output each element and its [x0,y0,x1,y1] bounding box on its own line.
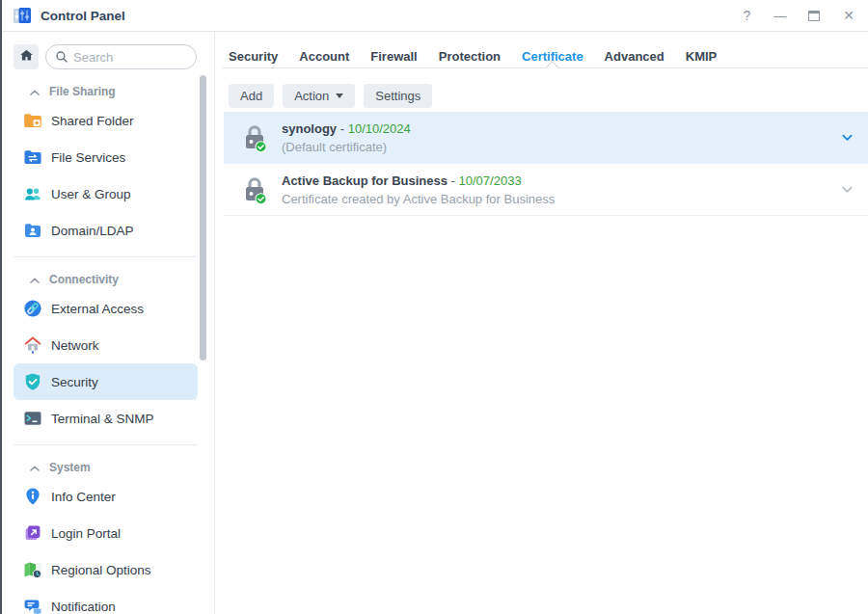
certificate-expiry: 10/07/2033 [459,174,522,188]
search-box [45,44,197,69]
sidebar-item-terminal-snmp[interactable]: Terminal & SNMP [14,400,198,437]
add-button[interactable]: Add [229,84,274,108]
regional-options-icon [23,560,42,579]
tab-firewall[interactable]: Firewall [370,49,417,64]
window-controls: ? — ✕ [743,9,854,22]
tab-protection[interactable]: Protection [439,49,501,64]
sidebar-section: Connectivity External Access Network Sec… [2,269,214,437]
sidebar-item-label: User & Group [51,187,131,201]
sidebar-item-label: Security [51,375,98,389]
sidebar-item-regional-options[interactable]: Regional Options [14,551,198,588]
minimize-button[interactable]: — [773,10,785,22]
tab-advanced[interactable]: Advanced [605,49,665,64]
tab-account[interactable]: Account [299,49,349,64]
certificate-row[interactable]: Active Backup for Business - 10/07/2033 … [224,164,868,216]
search-row [2,32,214,69]
tab-bar: Security Account Firewall Protection Cer… [215,32,868,67]
sidebar-item-label: File Services [51,150,125,165]
sidebar-item-label: Info Center [51,490,116,504]
sidebar-item-domain-ldap[interactable]: Domain/LDAP [14,212,198,249]
help-button[interactable]: ? [743,9,750,22]
action-dropdown-button[interactable]: Action [283,84,355,108]
sidebar-item-label: Network [51,338,99,353]
sidebar-section-label: System [49,461,91,474]
certificate-description: Certificate created by Active Backup for… [282,192,832,206]
sidebar-item-network[interactable]: Network [14,327,198,363]
sidebar-section: File Sharing Shared Folder File Services… [2,81,214,249]
sidebar-item-label: Shared Folder [51,114,134,128]
close-button[interactable]: ✕ [843,9,854,22]
sidebar-item-external-access[interactable]: External Access [14,290,198,327]
sidebar: File Sharing Shared Folder File Services… [2,32,215,614]
title-bar: Control Panel ? — ✕ [2,0,868,32]
sidebar-section-divider [14,256,198,257]
certificate-toolbar: Add Action Settings [229,84,868,108]
sidebar-item-label: External Access [51,302,144,316]
shared-folder-icon [23,111,42,130]
terminal-snmp-icon [23,409,42,428]
file-services-icon [23,147,42,167]
search-input[interactable] [73,50,188,65]
home-button[interactable] [14,44,39,69]
sidebar-section-label: Connectivity [49,273,119,286]
sidebar-section-label: File Sharing [49,85,116,98]
window-title: Control Panel [41,9,125,23]
chevron-up-icon [30,461,40,474]
network-icon [23,335,42,355]
sidebar-item-info-center[interactable]: Info Center [14,478,198,515]
login-portal-icon [23,523,42,543]
notification-icon [23,597,42,614]
chevron-up-icon [30,85,40,98]
sidebar-scrollbar-thumb[interactable] [200,75,206,360]
lock-certificate-icon [240,174,269,205]
sidebar-item-label: Regional Options [51,563,151,577]
sidebar-section-header[interactable]: Connectivity [2,269,214,290]
certificate-list: synology - 10/10/2024 (Default certifica… [224,112,868,216]
sidebar-item-label: Login Portal [51,526,121,541]
sidebar-item-label: Terminal & SNMP [51,412,154,426]
control-panel-window: Control Panel ? — ✕ File Sharing Sh [0,0,868,614]
sidebar-item-shared-folder[interactable]: Shared Folder [14,102,198,139]
sidebar-item-user-group[interactable]: User & Group [14,175,198,212]
dropdown-caret-icon [336,93,343,98]
certificate-name: Active Backup for Business [282,174,448,188]
certificate-name: synology [282,121,337,136]
sidebar-item-login-portal[interactable]: Login Portal [14,515,198,551]
certificate-row[interactable]: synology - 10/10/2024 (Default certifica… [224,112,868,164]
tab-underline [223,67,868,68]
sidebar-item-file-services[interactable]: File Services [14,139,198,175]
lock-certificate-icon [240,122,269,153]
domain-ldap-icon [23,221,42,240]
control-panel-icon [11,5,32,26]
security-icon [23,372,42,391]
sidebar-item-label: Notification [51,600,116,614]
sidebar-section-header[interactable]: File Sharing [2,81,214,102]
sidebar-section-header[interactable]: System [2,457,214,478]
home-icon [18,47,35,67]
sidebar-section-divider [14,444,198,445]
certificate-expiry: 10/10/2024 [348,121,411,136]
main-panel: Security Account Firewall Protection Cer… [215,32,868,614]
sidebar-item-notification[interactable]: Notification [14,588,198,614]
info-center-icon [23,487,42,506]
certificate-description: (Default certificate) [282,140,832,154]
settings-button[interactable]: Settings [364,84,432,108]
chevron-down-icon[interactable] [832,186,853,194]
user-group-icon [23,184,42,203]
maximize-icon [808,11,820,21]
sidebar-item-label: Domain/LDAP [51,224,134,238]
sidebar-section: System Info Center Login Portal Regional… [2,457,214,614]
sidebar-item-security[interactable]: Security [14,363,198,400]
tab-kmip[interactable]: KMIP [686,49,718,64]
chevron-up-icon [30,273,40,286]
maximize-button[interactable] [808,11,820,21]
external-access-icon [23,299,42,318]
tab-security[interactable]: Security [229,49,278,64]
search-icon [55,50,68,64]
chevron-down-icon[interactable] [832,134,853,142]
